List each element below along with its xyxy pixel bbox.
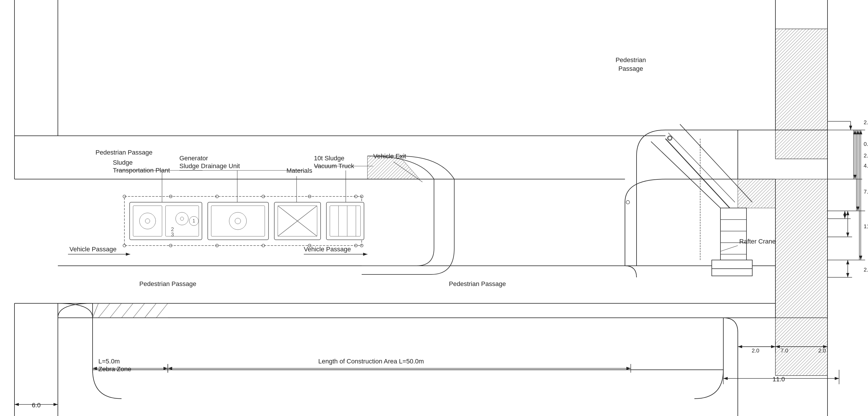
vehicle-passage-left-label: Vehicle Passage [69,246,117,253]
dim-110-label: 11.0 [864,223,868,230]
dim-6-label: 6.0 [32,402,41,409]
dim-7-bottom-label: 7.0 [781,348,788,354]
dim-2-left-bottom-label: 2.0 [752,348,759,354]
vehicle-passage-right-label: Vehicle Passage [304,246,351,253]
svg-rect-52 [327,202,364,240]
zebra-zone-label: Zebra Zone [98,366,131,373]
dim-25-label: 2.5 [864,152,868,159]
svg-point-152 [626,201,629,204]
dim-05-label: 0.5 [864,141,868,147]
pedestrian-passage-top-right-label: Pedestrian [615,56,646,64]
vehicle-exit-label: Vehicle Exit [373,152,406,160]
svg-rect-153 [738,179,775,208]
vacuum-truck-label1: 10t Sludge [314,154,344,162]
svg-rect-81 [712,260,752,269]
length-construction-label: Length of Construction Area L=50.0m [318,358,424,365]
pedestrian-passage-bottom-left-label: Pedestrian Passage [140,280,196,287]
svg-point-151 [668,136,672,140]
svg-rect-33 [130,202,202,240]
svg-text:2: 2 [171,227,174,232]
l-5m-label: L=5.0m [98,358,120,365]
dim-2-right-bottom-label: 2.0 [818,348,826,354]
svg-rect-76 [720,208,746,260]
dim-40-label: 4.0 [864,163,868,169]
generator-label2: Sludge Drainage Unit [179,162,240,170]
vacuum-truck-label2: Vacuum Truck [314,162,354,170]
dim-11-bottom-label: 11.0 [773,376,785,383]
svg-text:1: 1 [193,218,195,223]
rafter-crane-label: Rafter Crane [739,238,776,245]
svg-rect-66 [775,179,828,318]
svg-rect-61 [775,29,828,159]
svg-rect-82 [712,269,752,276]
svg-rect-42 [208,202,269,240]
materials-label: Materials [286,167,312,174]
sludge-transportation-label1: Sludge [113,159,133,166]
sludge-transportation-label2: Transportation Plant [113,167,170,174]
pedestrian-passage-top-right-label2: Passage [618,65,643,72]
dim-70-label: 7.0 [864,188,868,195]
pedestrian-passage-left-label: Pedestrian Passage [95,149,153,156]
pedestrian-passage-bottom-right-label: Pedestrian Passage [449,280,506,287]
dim-20-top-label: 2.0 [864,119,868,126]
svg-text:3: 3 [171,232,174,238]
generator-label1: Generator [179,154,208,162]
dim-20-bottom-label: 2.0 [864,267,868,273]
